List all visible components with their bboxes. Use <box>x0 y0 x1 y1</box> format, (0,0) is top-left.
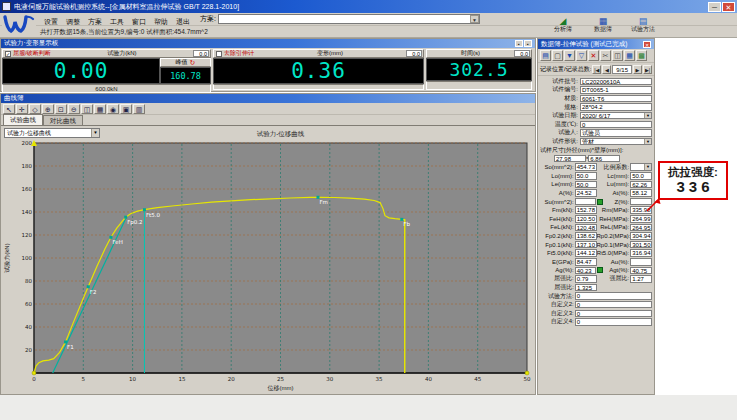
menu-item-方案[interactable]: 方案 <box>84 18 106 25</box>
tab-test-curve[interactable]: 试验曲线 <box>3 114 43 125</box>
field-input[interactable]: 40.75 <box>630 267 652 275</box>
curve-type-dropdown[interactable]: 试验力-位移曲线 ▼ <box>4 128 100 138</box>
panel-more-icon[interactable]: ▪ <box>524 40 532 47</box>
field-input[interactable]: 304.94 <box>630 232 652 240</box>
extensometer-checkbox[interactable] <box>216 51 222 57</box>
list-icon[interactable]: ▥ <box>133 104 145 114</box>
field-input[interactable]: 50.0 <box>630 172 652 180</box>
menu-item-工具[interactable]: 工具 <box>106 18 128 25</box>
cut-icon[interactable]: ✂ <box>600 50 611 61</box>
test-method-button[interactable]: ▤试验方法 <box>627 13 659 36</box>
field-input[interactable]: DT0065-1 <box>580 86 652 94</box>
field-input[interactable]: 管材▼ <box>580 138 652 146</box>
close-button[interactable]: ✕ <box>722 2 735 12</box>
last-record-button[interactable]: ▶| <box>643 65 652 74</box>
chevron-down-icon[interactable]: ▼ <box>644 113 651 119</box>
tab-compare-curve[interactable]: 对比曲线 <box>43 115 83 125</box>
menu-item-退出[interactable]: 退出 <box>172 18 194 25</box>
select-cursor-icon[interactable]: ↖ <box>3 104 15 114</box>
calc-icon[interactable] <box>597 267 603 273</box>
field-input[interactable]: 24.52 <box>575 189 597 197</box>
copy-icon[interactable]: ▤ <box>540 50 551 61</box>
field-input[interactable]: 144.12 <box>575 249 597 257</box>
field-input[interactable]: 152.78 <box>575 206 597 214</box>
field-input[interactable]: 58.12 <box>630 189 652 197</box>
field-input[interactable]: 120.50 <box>575 215 597 223</box>
field-input[interactable]: 6.86 <box>588 155 620 163</box>
menu-item-帮助[interactable]: 帮助 <box>150 18 172 25</box>
chevron-down-icon[interactable]: ▼ <box>91 129 99 137</box>
zoom-in-icon[interactable]: ⊕ <box>42 104 54 114</box>
field-input[interactable]: 40.23 <box>575 267 597 275</box>
field-input[interactable]: 27.98 <box>554 155 586 163</box>
field-input[interactable]: 62.26 <box>630 181 652 189</box>
svg-text:20: 20 <box>25 347 32 353</box>
delete-icon[interactable]: ✕ <box>588 50 599 61</box>
field-input[interactable] <box>630 258 652 266</box>
close-icon[interactable]: ✕ <box>643 41 651 48</box>
field-input[interactable]: 316.94 <box>630 249 652 257</box>
print-icon[interactable]: ◫ <box>612 50 623 61</box>
field-input[interactable]: 264.95 <box>630 224 652 232</box>
export-excel-icon[interactable]: ▩ <box>636 50 647 61</box>
preview-icon[interactable]: ▦ <box>624 50 635 61</box>
field-input[interactable]: 301.50 <box>630 241 652 249</box>
menu-item-窗口[interactable]: 窗口 <box>128 18 150 25</box>
svg-text:100: 100 <box>22 255 33 261</box>
calc-icon[interactable] <box>597 199 603 205</box>
print-icon[interactable]: ◫ <box>81 104 93 114</box>
prev-record-button[interactable]: ◀ <box>602 65 611 74</box>
field-input[interactable]: 试验员 <box>580 129 652 137</box>
field-input[interactable]: LC20200610A <box>580 78 652 86</box>
save-all-icon[interactable]: ▽ <box>576 50 587 61</box>
field-input[interactable]: 0.79 <box>575 275 597 283</box>
chevron-down-icon[interactable]: ▼ <box>644 164 651 170</box>
next-record-button[interactable]: ▶ <box>633 65 642 74</box>
field-input[interactable]: 138.62 <box>575 232 597 240</box>
open-folder-icon[interactable]: ▢ <box>552 50 563 61</box>
force-displacement-chart[interactable]: 试验力-位移曲线20406080100120140160180200051015… <box>1 127 537 396</box>
field-input[interactable]: 0 <box>575 292 652 300</box>
image-icon[interactable]: ▣ <box>120 104 132 114</box>
peak-reset-icon[interactable]: ↻ <box>190 59 196 66</box>
field-input[interactable]: 50.0 <box>575 181 597 189</box>
chevron-down-icon[interactable]: ▼ <box>644 139 651 145</box>
hand-icon[interactable]: ◇ <box>29 104 41 114</box>
field-input[interactable]: 1.27 <box>630 275 652 283</box>
field-input[interactable]: ▼ <box>630 163 652 171</box>
field-input[interactable]: 120.48 <box>575 224 597 232</box>
search-icon[interactable]: ◉ <box>107 104 119 114</box>
pan-icon[interactable]: ✛ <box>16 104 28 114</box>
field-input[interactable]: 84.47 <box>575 258 597 266</box>
first-record-button[interactable]: |◀ <box>592 65 601 74</box>
field-input[interactable] <box>575 198 597 206</box>
field-input[interactable]: 0 <box>575 310 652 318</box>
panel-pin-icon[interactable]: ▪ <box>515 40 523 47</box>
time-zero-box[interactable]: 0.0 <box>514 50 530 57</box>
save-icon[interactable]: ▼ <box>564 50 575 61</box>
menu-item-设置[interactable]: 设置 <box>40 18 62 25</box>
scheme-combobox[interactable]: ▼ <box>218 14 480 24</box>
field-input[interactable]: 0 <box>580 121 652 129</box>
chart-icon[interactable]: ▦ <box>94 104 106 114</box>
analysis-book-button[interactable]: ◢分析簿 <box>547 13 579 36</box>
field-input[interactable]: 264.99 <box>630 215 652 223</box>
field-input[interactable]: 137.10 <box>575 241 597 249</box>
data-book-button[interactable]: ▦数据簿 <box>587 13 619 36</box>
field-input[interactable]: 0 <box>575 301 652 309</box>
field-input[interactable]: 454.73 <box>575 163 597 171</box>
zoom-window-icon[interactable]: ⊡ <box>55 104 67 114</box>
force-zero-box[interactable]: 0.0 <box>193 50 209 57</box>
chevron-down-icon[interactable]: ▼ <box>470 15 479 23</box>
field-input[interactable]: 50.0 <box>575 172 597 180</box>
field-input[interactable]: 0 <box>575 318 652 326</box>
yield-break-checkbox[interactable]: ✓ <box>5 51 11 57</box>
field-input[interactable]: 28*04.2 <box>580 103 652 111</box>
zoom-out-icon[interactable]: ⊖ <box>68 104 80 114</box>
minimize-button[interactable]: ─ <box>708 2 721 12</box>
menu-item-调整[interactable]: 调整 <box>62 18 84 25</box>
field-input[interactable]: 2020/ 6/17▼ <box>580 112 652 120</box>
field-input[interactable]: 6061-T6 <box>580 95 652 103</box>
deform-zero-box[interactable]: 0.0 <box>406 50 422 57</box>
field-input[interactable]: 1.325 <box>575 284 597 292</box>
